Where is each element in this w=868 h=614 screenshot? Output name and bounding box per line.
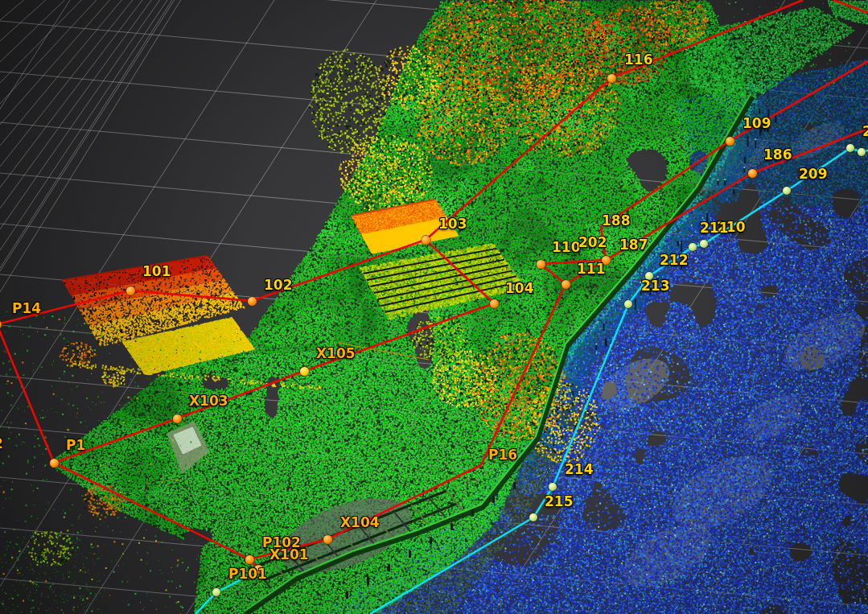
- point-label-111: 111: [577, 262, 606, 276]
- gnss-node-210[interactable]: [700, 240, 708, 248]
- traverse-node-103[interactable]: [422, 236, 430, 245]
- point-label-213: 213: [641, 279, 670, 293]
- traverse-node-110[interactable]: [537, 260, 545, 269]
- gnss-node-P101[interactable]: [212, 588, 220, 596]
- traverse-line-7[interactable]: [833, 0, 868, 13]
- traverse-node-102[interactable]: [248, 297, 257, 306]
- traverse-node-104[interactable]: [490, 299, 499, 308]
- gnss-track-line-0[interactable]: [195, 576, 248, 614]
- traverse-node-111[interactable]: [562, 280, 570, 289]
- point-label-214: 214: [565, 463, 594, 476]
- point-label-215: 215: [545, 495, 574, 509]
- point-label-X105: X105: [316, 347, 356, 361]
- traverse-node-P1[interactable]: [50, 459, 59, 468]
- point-label-P101: P101: [228, 567, 267, 581]
- gnss-node-gnss-a[interactable]: [846, 144, 854, 152]
- point-label-110: 110: [552, 241, 581, 254]
- point-label-188: 188: [602, 214, 631, 228]
- point-label-103: 103: [438, 217, 467, 231]
- point-label-212: 212: [660, 253, 689, 267]
- gnss-node-215[interactable]: [529, 513, 537, 521]
- traverse-node-X105[interactable]: [300, 367, 309, 376]
- traverse-node-109[interactable]: [726, 137, 734, 146]
- point-label-187: 187: [619, 238, 648, 252]
- gnss-node-209[interactable]: [783, 187, 791, 195]
- traverse-line-3[interactable]: [249, 284, 566, 559]
- point-label-frag-left-2: 2: [0, 437, 3, 451]
- point-label-109: 109: [743, 117, 771, 130]
- traverse-node-101[interactable]: [126, 286, 135, 295]
- point-label-102: 102: [264, 278, 293, 292]
- point-label-X103: X103: [189, 394, 228, 408]
- traverse-node-116[interactable]: [607, 74, 616, 83]
- survey-lines-overlay: [0, 0, 868, 614]
- point-label-P16: P16: [488, 448, 517, 462]
- point-label-186: 186: [763, 148, 792, 162]
- point-label-116: 116: [624, 53, 653, 67]
- traverse-line-2[interactable]: [54, 463, 258, 569]
- point-label-X104: X104: [340, 516, 380, 530]
- point-label-frag-right-2: 2: [862, 125, 868, 138]
- traverse-node-X103[interactable]: [173, 414, 182, 423]
- point-label-P1: P1: [66, 439, 85, 452]
- point-label-202: 202: [578, 236, 607, 249]
- point-cloud-viewport[interactable]: P14101102103116104X105X103P1P102X101X104…: [0, 0, 868, 614]
- point-label-104: 104: [505, 282, 534, 295]
- gnss-node-213[interactable]: [624, 300, 632, 308]
- gnss-node-211[interactable]: [689, 243, 697, 251]
- point-label-P14: P14: [12, 302, 41, 315]
- traverse-node-186[interactable]: [748, 169, 757, 178]
- gnss-node-gnss-b[interactable]: [858, 148, 866, 156]
- traverse-node-X104[interactable]: [323, 535, 332, 544]
- point-label-211: 211: [700, 221, 729, 235]
- point-label-101: 101: [142, 265, 171, 278]
- point-label-209: 209: [799, 167, 828, 181]
- gnss-node-214[interactable]: [549, 483, 557, 491]
- traverse-node-P102[interactable]: [245, 555, 254, 564]
- traverse-line-1[interactable]: [0, 240, 494, 463]
- traverse-line-0[interactable]: [0, 0, 803, 324]
- point-label-X101: X101: [269, 548, 309, 562]
